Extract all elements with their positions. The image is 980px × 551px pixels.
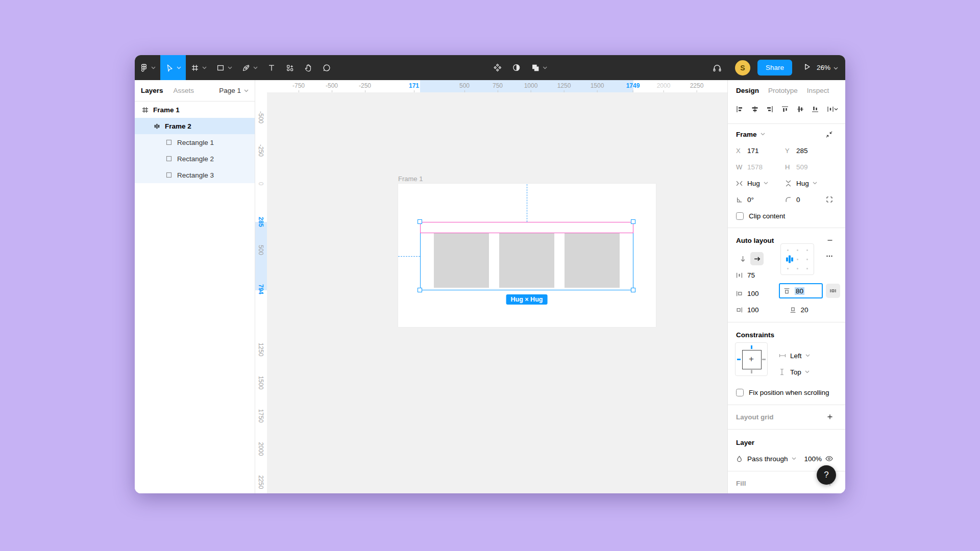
padding-top-input[interactable]: 80 <box>779 283 823 298</box>
layer-row-rectangle-1[interactable]: Rectangle 1 <box>135 134 255 151</box>
independent-corners-icon[interactable] <box>826 196 833 203</box>
alignment-guide-vertical <box>527 184 527 222</box>
align-vertical-center-button[interactable] <box>794 103 807 115</box>
align-top-button[interactable] <box>778 103 792 115</box>
layer-row-frame-1[interactable]: Frame 1 <box>135 102 255 118</box>
distribute-menu-button[interactable] <box>824 103 841 115</box>
toolbar: S Share 26% <box>135 55 845 80</box>
independent-padding-toggle[interactable] <box>826 284 840 298</box>
h-label: H <box>785 163 796 171</box>
selection-handle-top-right[interactable] <box>631 219 635 224</box>
spacing-icon <box>736 272 747 279</box>
align-horizontal-center-button[interactable] <box>748 103 762 115</box>
x-label: X <box>736 147 747 155</box>
headphones-icon <box>712 63 722 73</box>
text-icon <box>267 63 276 72</box>
constraints-widget[interactable]: + <box>735 342 768 376</box>
text-tool-button[interactable] <box>262 55 281 80</box>
canvas[interactable]: Frame 1 Hug × Hug -750 -500 -250 171 500 <box>255 80 727 493</box>
padding-highlight-top <box>420 222 633 233</box>
share-button[interactable]: Share <box>757 60 792 76</box>
layer-row-frame-2[interactable]: Frame 2 <box>135 118 255 134</box>
clip-content-checkbox[interactable] <box>736 212 744 220</box>
rectangle-icon <box>165 172 173 178</box>
selection-handle-bottom-right[interactable] <box>631 288 635 292</box>
ruler-label: -500 <box>257 111 264 123</box>
chevron-down-icon <box>177 66 181 69</box>
ruler-label: 1250 <box>557 82 571 89</box>
fill-section-title: Fill <box>736 480 746 487</box>
corner-radius-value[interactable]: 0 <box>796 196 800 204</box>
blend-mode-value[interactable]: Pass through <box>747 455 788 463</box>
vertical-constraint-value[interactable]: Top <box>790 368 801 376</box>
move-tool-button[interactable] <box>160 55 186 80</box>
padding-bottom-value[interactable]: 20 <box>801 306 808 314</box>
tab-assets[interactable]: Assets <box>174 87 201 94</box>
tab-layers[interactable]: Layers <box>141 87 174 94</box>
ruler-label: 1250 <box>257 343 264 357</box>
main-menu-button[interactable] <box>135 55 160 80</box>
comment-tool-button[interactable] <box>317 55 336 80</box>
vertical-resizing-value[interactable]: Hug <box>796 180 809 187</box>
align-bottom-button[interactable] <box>808 103 822 115</box>
ruler-label: 794 <box>257 284 264 294</box>
spacing-value[interactable]: 75 <box>747 271 755 279</box>
opacity-value[interactable]: 100% <box>804 455 822 463</box>
hand-tool-button[interactable] <box>299 55 317 80</box>
resources-tool-button[interactable] <box>281 55 299 80</box>
canvas-frame-1-label[interactable]: Frame 1 <box>398 175 423 183</box>
ruler-label: 2000 <box>657 82 671 89</box>
pen-tool-button[interactable] <box>237 55 262 80</box>
cursor-icon <box>165 63 174 72</box>
figma-window: S Share 26% Layers Assets Page 1 <box>135 55 845 493</box>
y-label: Y <box>785 147 796 155</box>
tab-inspect[interactable]: Inspect <box>807 87 829 94</box>
selection-type-label[interactable]: Frame <box>736 131 757 138</box>
zoom-menu[interactable]: 26% <box>817 64 838 71</box>
use-as-mask-button[interactable] <box>507 55 526 80</box>
tab-design[interactable]: Design <box>736 87 759 94</box>
boolean-groups-button[interactable] <box>526 55 552 80</box>
frame-tool-button[interactable] <box>186 55 211 80</box>
present-button[interactable] <box>802 62 812 73</box>
help-button[interactable]: ? <box>817 465 836 485</box>
x-value[interactable]: 171 <box>747 147 759 155</box>
fix-position-checkbox[interactable] <box>736 389 744 396</box>
size-badge: Hug × Hug <box>506 294 548 305</box>
auto-layout-vertical-button[interactable] <box>736 252 749 265</box>
tab-prototype[interactable]: Prototype <box>768 87 798 94</box>
y-value[interactable]: 285 <box>796 147 808 155</box>
h-value[interactable]: 509 <box>796 163 808 171</box>
collapse-frame-icon[interactable] <box>825 131 833 138</box>
align-left-button[interactable] <box>733 103 746 115</box>
remove-auto-layout-button[interactable] <box>827 237 833 243</box>
add-layout-grid-button[interactable] <box>827 414 833 420</box>
auto-layout-horizontal-button[interactable] <box>750 252 764 265</box>
shape-tool-button[interactable] <box>211 55 237 80</box>
create-component-button[interactable] <box>488 55 507 80</box>
selection-handle-top-left[interactable] <box>418 219 422 224</box>
layer-row-rectangle-2[interactable]: Rectangle 2 <box>135 151 255 167</box>
audio-button[interactable] <box>707 63 727 73</box>
rotation-value[interactable]: 0° <box>747 196 754 204</box>
padding-left-icon <box>736 290 747 297</box>
page-selector[interactable]: Page 1 <box>219 87 249 94</box>
horizontal-resizing-value[interactable]: Hug <box>747 180 760 187</box>
avatar[interactable]: S <box>735 60 750 76</box>
padding-right-value[interactable]: 100 <box>747 306 759 314</box>
mask-icon <box>511 63 521 72</box>
ruler-label: 500 <box>257 245 264 255</box>
selection-handle-bottom-left[interactable] <box>418 288 422 292</box>
visibility-eye-icon[interactable] <box>825 456 833 462</box>
horizontal-constraint-value[interactable]: Left <box>790 352 802 360</box>
ruler-label: -250 <box>359 82 371 89</box>
horizontal-ruler: -750 -500 -250 171 500 750 1000 1250 150… <box>255 80 727 92</box>
frame-icon <box>190 63 200 72</box>
padding-left-value[interactable]: 100 <box>747 290 759 297</box>
w-value[interactable]: 1578 <box>747 163 763 171</box>
layer-name: Rectangle 1 <box>177 139 214 146</box>
layer-row-rectangle-3[interactable]: Rectangle 3 <box>135 167 255 183</box>
auto-layout-more-options-button[interactable] <box>826 253 833 260</box>
ruler-selection-band <box>255 222 267 290</box>
align-right-button[interactable] <box>763 103 776 115</box>
